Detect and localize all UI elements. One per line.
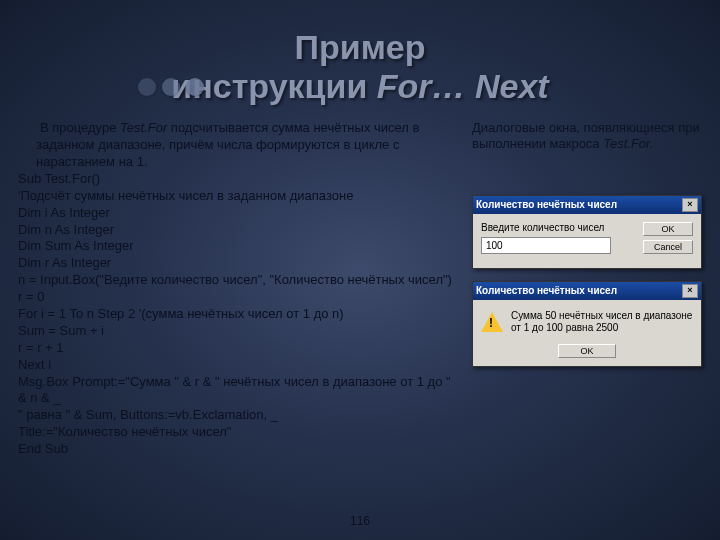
- left-column: В процедуре Test.For подсчитывается сумм…: [18, 120, 458, 458]
- window-title: Количество нечётных чисел: [476, 285, 617, 296]
- decor-dots: [138, 78, 204, 96]
- exclamation-icon: [481, 312, 503, 332]
- ok-button[interactable]: OK: [558, 344, 616, 358]
- code-line: 'Подсчёт суммы нечётных чисел в заданном…: [18, 188, 458, 205]
- slide-title: Пример инструкции For… Next: [0, 0, 720, 106]
- code-line: r = 0: [18, 289, 458, 306]
- code-line: Msg.Box Prompt:="Сумма " & r & " нечётны…: [18, 374, 458, 408]
- title-line2b: For… Next: [377, 67, 549, 105]
- code-line: Dim Sum As Integer: [18, 238, 458, 255]
- close-icon[interactable]: ×: [682, 198, 698, 212]
- cancel-button[interactable]: Cancel: [643, 240, 693, 254]
- code-line: " равна " & Sum, Buttons:=vb.Exclamation…: [18, 407, 458, 424]
- code-line: Next i: [18, 357, 458, 374]
- code-line: n = Input.Box("Ведите количество чисел",…: [18, 272, 458, 289]
- window-title: Количество нечётных чисел: [476, 199, 617, 210]
- code-line: r = r + 1: [18, 340, 458, 357]
- page-number: 116: [0, 514, 720, 528]
- code-line: Dim n As Integer: [18, 222, 458, 239]
- window-titlebar: Количество нечётных чисел ×: [473, 282, 701, 300]
- code-line: Title:="Количество нечётных чисел": [18, 424, 458, 441]
- code-line: Sum = Sum + i: [18, 323, 458, 340]
- code-line: For i = 1 To n Step 2 '(сумма нечётных ч…: [18, 306, 458, 323]
- code-line: Sub Test.For(): [18, 171, 458, 188]
- side-note: Диалоговые окна, появляющиеся при выполн…: [472, 120, 702, 153]
- code-line: Dim r As Integer: [18, 255, 458, 272]
- intro-text: В процедуре Test.For подсчитывается сумм…: [18, 120, 458, 171]
- code-block: Sub Test.For() 'Подсчёт суммы нечётных ч…: [18, 171, 458, 458]
- code-line: Dim i As Integer: [18, 205, 458, 222]
- right-column: Диалоговые окна, появляющиеся при выполн…: [472, 120, 702, 458]
- close-icon[interactable]: ×: [682, 284, 698, 298]
- title-line1: Пример: [295, 28, 426, 66]
- window-titlebar: Количество нечётных чисел ×: [473, 196, 701, 214]
- input-field[interactable]: 100: [481, 237, 611, 254]
- msgbox-text: Сумма 50 нечётных чисел в диапазоне от 1…: [511, 310, 693, 334]
- ok-button[interactable]: OK: [643, 222, 693, 236]
- inputbox-window: Количество нечётных чисел × OK Cancel Вв…: [472, 195, 702, 269]
- code-line: End Sub: [18, 441, 458, 458]
- msgbox-window: Количество нечётных чисел × Сумма 50 неч…: [472, 281, 702, 367]
